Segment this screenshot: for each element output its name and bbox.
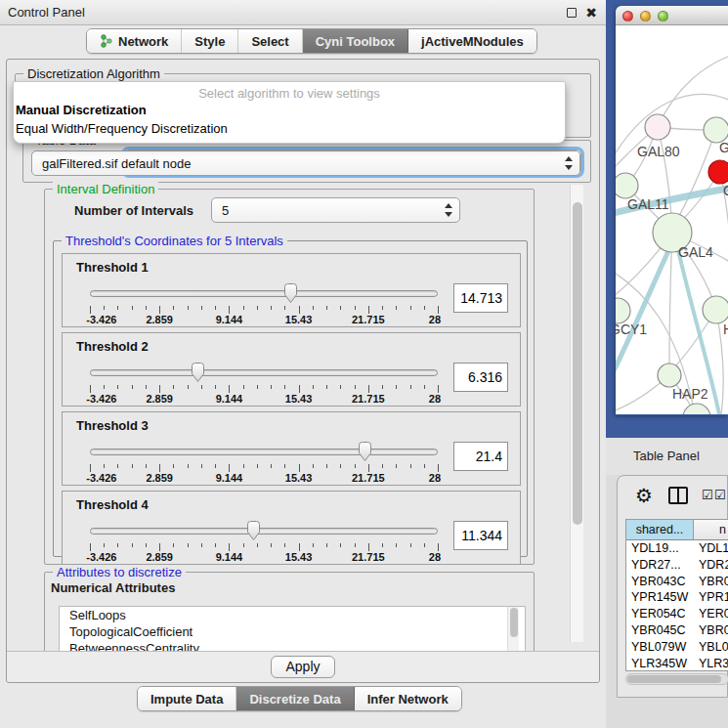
- tab-discretize-data[interactable]: Discretize Data: [236, 687, 354, 710]
- table-row[interactable]: YER054CYER0: [626, 606, 728, 622]
- tab-select[interactable]: Select: [238, 29, 302, 53]
- column-layout-icon[interactable]: [668, 487, 688, 504]
- network-node-gal80[interactable]: [645, 114, 670, 140]
- threshold-slider[interactable]: -3.4262.8599.14415.4321.71528: [90, 282, 438, 325]
- slider-tick-label: -3.426: [86, 393, 116, 405]
- threshold-panel: Threshold 4-3.4262.8599.14415.4321.71528…: [62, 491, 521, 565]
- tab-jactivemnodules[interactable]: jActiveMNodules: [408, 29, 536, 53]
- table-cell: YBL079W: [626, 639, 694, 656]
- network-window-titlebar[interactable]: [616, 6, 728, 25]
- network-view-window[interactable]: GAL80GACGAL11GAL4GCY1HHAP2: [616, 6, 728, 415]
- screenshot-root: Control Panel ✖ NetworkStyleSelectCyni T…: [0, 0, 728, 728]
- apply-row: Apply: [7, 651, 599, 682]
- network-node-gal11[interactable]: [616, 173, 638, 198]
- network-canvas[interactable]: GAL80GACGAL11GAL4GCY1HHAP2: [616, 25, 728, 414]
- tab-label: Discretize Data: [249, 692, 340, 707]
- slider-tick-label: 21.715: [352, 314, 385, 325]
- table-toolbar: ⚙ ☑ ☑: [618, 476, 727, 519]
- table-cell: YPR1: [694, 589, 728, 606]
- slider-tick-label: 15.43: [285, 472, 313, 484]
- slider-tick-label: 9.144: [216, 551, 243, 563]
- table-row[interactable]: YBR045CYBR0: [626, 622, 728, 639]
- close-icon[interactable]: ✖: [584, 6, 598, 20]
- table-row[interactable]: YPR145WYPR1: [626, 589, 728, 606]
- top-tab-strip: NetworkStyleSelectCyni ToolboxjActiveMNo…: [86, 28, 537, 54]
- group-title: Discretization Algorithm: [23, 66, 164, 81]
- tab-network[interactable]: Network: [87, 29, 182, 53]
- slider-track: [90, 290, 438, 297]
- threshold-value-field[interactable]: 14.713: [453, 283, 508, 313]
- slider-tick-label: 2.859: [146, 314, 173, 325]
- table-row[interactable]: YDR27...YDR2: [626, 557, 728, 574]
- apply-button[interactable]: Apply: [271, 656, 335, 678]
- network-node-hap2[interactable]: [658, 364, 681, 387]
- slider-tick-label: 9.144: [216, 393, 243, 405]
- slider-thumb[interactable]: [282, 283, 299, 304]
- table-cell: YDR27...: [626, 557, 694, 574]
- stepper-icon: [564, 156, 573, 170]
- group-title: Threshold's Coordinates for 5 Intervals: [62, 234, 287, 248]
- tab-label: Cyni Toolbox: [316, 34, 395, 49]
- table-row[interactable]: YDL19...YDL1: [626, 540, 728, 557]
- network-node-h[interactable]: [703, 296, 728, 323]
- node-attribute-table[interactable]: shared...n YDL19...YDL1YDR27...YDR2YBR04…: [625, 519, 728, 671]
- slider-tick-label: 9.144: [216, 472, 243, 484]
- threshold-panel: Threshold 3-3.4262.8599.14415.4321.71528…: [62, 411, 521, 486]
- close-traffic-light-icon[interactable]: [622, 11, 633, 21]
- list-item[interactable]: SelfLoops: [60, 607, 525, 623]
- threshold-slider[interactable]: -3.4262.8599.14415.4321.71528: [90, 362, 438, 405]
- numerical-attributes-list[interactable]: SelfLoopsTopologicalCoefficientBetweenne…: [59, 606, 526, 653]
- slider-tick-label: 9.144: [216, 314, 243, 325]
- threshold-panel: Threshold 1-3.4262.8599.14415.4321.71528…: [62, 253, 521, 327]
- threshold-value-field[interactable]: 21.4: [453, 442, 508, 471]
- table-row[interactable]: YBL079WYBL0: [626, 639, 728, 656]
- tab-label: Style: [194, 34, 225, 49]
- table-panel-header: Table Panel: [606, 438, 728, 475]
- slider-thumb[interactable]: [357, 442, 373, 462]
- network-node-gcy1[interactable]: [616, 298, 630, 323]
- tab-label: jActiveMNodules: [421, 34, 524, 49]
- table-data-select[interactable]: galFiltered.sif default node: [31, 150, 580, 176]
- table-panel-title: Table Panel: [633, 449, 700, 463]
- list-item[interactable]: TopologicalCoefficient: [60, 623, 525, 640]
- table-cell: YDL1: [694, 540, 728, 557]
- tab-impute-data[interactable]: Impute Data: [138, 687, 236, 710]
- tab-label: Infer Network: [367, 692, 449, 707]
- table-column-header[interactable]: shared...: [626, 520, 694, 539]
- slider-track: [90, 528, 438, 535]
- zoom-traffic-light-icon[interactable]: [658, 11, 668, 21]
- attributes-list-scrollbar[interactable]: [507, 607, 519, 652]
- threshold-slider[interactable]: -3.4262.8599.14415.4321.71528: [90, 520, 438, 563]
- stepper-icon: [444, 203, 452, 217]
- dropdown-option[interactable]: Manual Discretization: [14, 102, 565, 120]
- network-node[interactable]: [683, 404, 710, 414]
- slider-thumb[interactable]: [245, 521, 262, 541]
- slider-thumb[interactable]: [190, 363, 206, 383]
- tab-cyni-toolbox[interactable]: Cyni Toolbox: [303, 29, 408, 53]
- table-column-header[interactable]: n: [694, 520, 728, 539]
- table-row[interactable]: YLR345WYLR3: [626, 656, 728, 671]
- slider-tick-label: -3.426: [86, 314, 116, 325]
- threshold-slider[interactable]: -3.4262.8599.14415.4321.71528: [90, 441, 438, 484]
- minimize-traffic-light-icon[interactable]: [640, 11, 651, 21]
- tab-infer-network[interactable]: Infer Network: [355, 687, 461, 710]
- node-label: GCY1: [616, 321, 647, 337]
- tab-style[interactable]: Style: [182, 29, 238, 53]
- gear-icon[interactable]: ⚙: [635, 484, 653, 507]
- threshold-value-field[interactable]: 6.316: [453, 363, 508, 392]
- checkbox-checked-icon[interactable]: ☑: [714, 488, 726, 502]
- dropdown-option[interactable]: Equal Width/Frequency Discretization: [14, 120, 565, 139]
- threshold-label: Threshold 2: [76, 339, 508, 354]
- threshold-value-field[interactable]: 11.344: [453, 521, 508, 550]
- float-window-icon[interactable]: [565, 6, 578, 20]
- table-horizontal-scrollbar[interactable]: [625, 673, 728, 685]
- network-node-c[interactable]: [708, 160, 728, 184]
- num-intervals-select[interactable]: 5: [211, 197, 460, 223]
- table-row[interactable]: YBR043CYBR0: [626, 574, 728, 590]
- checkbox-checked-icon[interactable]: ☑: [702, 488, 713, 502]
- num-intervals-value: 5: [222, 203, 229, 218]
- node-label: GAL80: [637, 144, 680, 159]
- panel-title: Control Panel: [8, 5, 85, 20]
- settings-scrollbar[interactable]: [570, 185, 583, 642]
- table-cell: YBR045C: [626, 622, 694, 639]
